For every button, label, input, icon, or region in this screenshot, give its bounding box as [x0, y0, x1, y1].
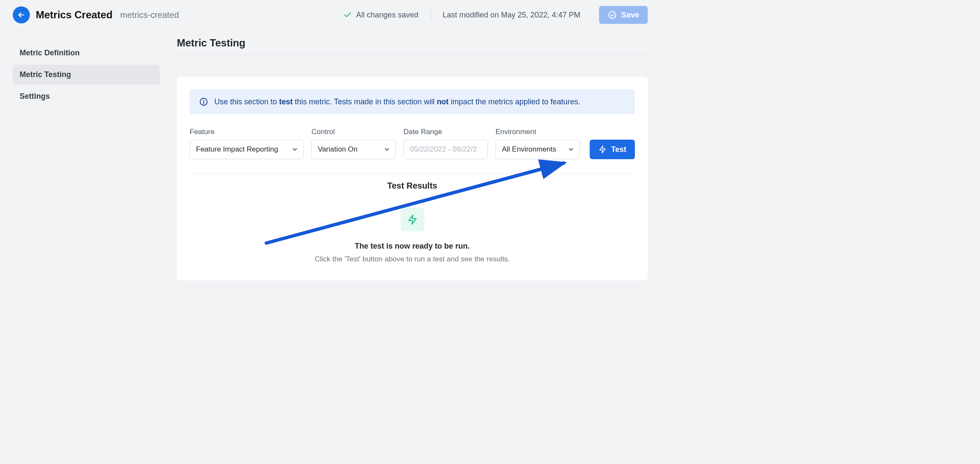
- arrow-left-icon: [17, 11, 26, 19]
- svg-point-0: [609, 11, 616, 19]
- sidebar-item-metric-definition[interactable]: Metric Definition: [13, 43, 160, 63]
- chevron-down-icon: [291, 146, 298, 153]
- save-status: All changes saved: [343, 11, 418, 20]
- control-label: Control: [311, 128, 396, 136]
- check-icon: [343, 11, 352, 19]
- info-icon: [199, 97, 208, 106]
- date-range-input[interactable]: 05/22/2022 - 06/22/2: [404, 140, 488, 159]
- feature-label: Feature: [190, 128, 304, 136]
- card: Use this section to test this metric. Te…: [177, 77, 648, 281]
- sidebar-item-metric-testing[interactable]: Metric Testing: [13, 65, 160, 85]
- save-status-text: All changes saved: [356, 11, 418, 20]
- chevron-down-icon: [383, 146, 390, 153]
- divider: [430, 9, 431, 21]
- chevron-down-icon: [568, 146, 574, 153]
- bolt-icon: [407, 214, 418, 225]
- sidebar-item-settings[interactable]: Settings: [13, 86, 160, 106]
- bolt-icon-box: [401, 208, 424, 232]
- environment-select-value: All Environments: [502, 145, 556, 154]
- save-button-label: Save: [621, 11, 639, 20]
- info-banner: Use this section to test this metric. Te…: [190, 89, 635, 114]
- sidebar: Metric Definition Metric Testing Setting…: [0, 30, 160, 108]
- page-slug: metrics-created: [120, 10, 179, 20]
- save-button[interactable]: Save: [599, 6, 648, 24]
- section-title: Metric Testing: [177, 30, 648, 55]
- test-button[interactable]: Test: [590, 140, 635, 159]
- sidebar-item-label: Metric Definition: [20, 49, 80, 57]
- test-button-label: Test: [611, 145, 626, 154]
- feature-select-value: Feature Impact Reporting: [196, 145, 278, 154]
- results-empty-title: The test is now ready to be run.: [355, 242, 470, 251]
- environment-select[interactable]: All Environments: [496, 140, 580, 159]
- last-modified: Last modified on May 25, 2022, 4:47 PM: [443, 11, 580, 20]
- results-heading: Test Results: [190, 174, 635, 191]
- bolt-icon: [598, 145, 607, 154]
- environment-label: Environment: [496, 128, 580, 136]
- control-select-value: Variation On: [318, 145, 357, 154]
- date-range-value: 05/22/2022 - 06/22/2: [410, 145, 477, 154]
- feature-select[interactable]: Feature Impact Reporting: [190, 140, 304, 159]
- check-circle-icon: [608, 10, 617, 20]
- control-select[interactable]: Variation On: [311, 140, 396, 159]
- date-range-label: Date Range: [404, 128, 488, 136]
- sidebar-item-label: Settings: [20, 92, 50, 100]
- sidebar-item-label: Metric Testing: [20, 70, 71, 79]
- back-button[interactable]: [13, 6, 30, 23]
- info-text: Use this section to test this metric. Te…: [214, 97, 580, 106]
- results-empty-state: The test is now ready to be run. Click t…: [190, 208, 635, 268]
- results-empty-subtitle: Click the 'Test' button above to run a t…: [314, 255, 510, 264]
- svg-point-2: [203, 100, 204, 100]
- page-title: Metrics Created: [36, 9, 112, 21]
